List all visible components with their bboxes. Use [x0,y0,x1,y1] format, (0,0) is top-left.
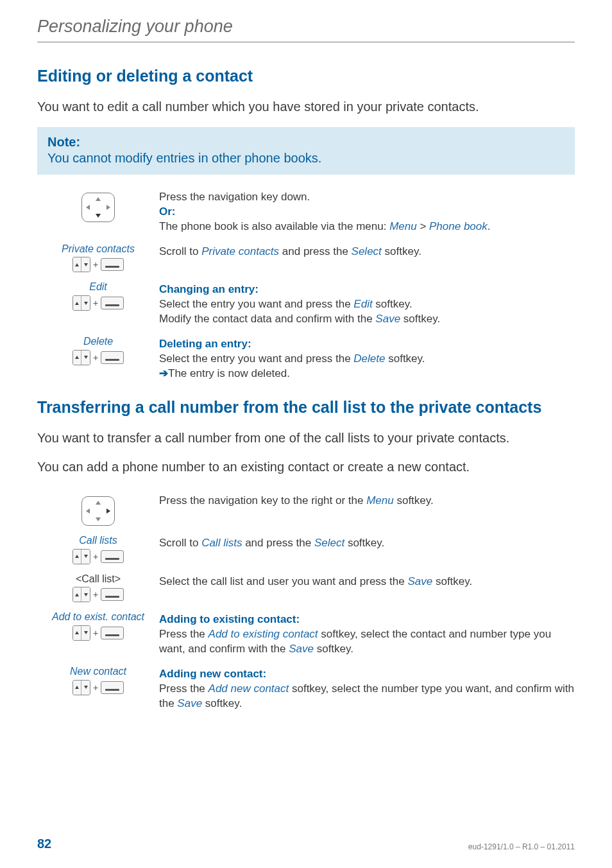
section2-title: Transferring a call number from the call… [37,398,575,417]
step-line: Select the entry you want and press the … [159,297,575,312]
step-left-label: Edit [37,281,159,293]
nav-key-icon [81,193,115,222]
step-left-label: Private contacts [37,243,159,255]
nav-key-icon [81,496,115,526]
rocker-softkey-icon: + [72,257,124,272]
section2-intro2: You can add a phone number to an existin… [37,458,575,476]
step-left [37,492,159,526]
step-left: Edit+ [37,281,159,311]
step-line: Or: [159,205,575,220]
step-line: Select the entry you want and press the … [159,352,575,367]
step-line: Press the navigation key down. [159,190,575,205]
section2-intro1: You want to transfer a call number from … [37,430,575,447]
step-row: Press the navigation key to the right or… [37,492,575,526]
step-row: Add to exist. contact+Adding to existing… [37,611,575,657]
note-title: Note: [47,135,565,150]
step-right: Deleting an entry:Select the entry you w… [159,336,575,381]
step-row: New contact+Adding new contact:Press the… [37,666,575,711]
note-text: You cannot modify entries in other phone… [47,151,565,166]
step-line: Adding to existing contact: [159,612,575,627]
step-left: <Call list>+ [37,573,159,603]
section1-title: Editing or deleting a contact [37,67,575,85]
footer: 82 eud-1291/1.0 – R1.0 – 01.2011 [37,837,575,851]
step-line: Adding new contact: [159,667,575,682]
step-left: Delete+ [37,336,159,365]
step-right: Press the navigation key to the right or… [159,492,575,508]
step-left: Call lists+ [37,535,159,564]
step-left-label: <Call list> [37,573,159,585]
step-row: Private contacts+Scroll to Private conta… [37,243,575,273]
step-row: Edit+Changing an entry:Select the entry … [37,281,575,327]
step-left: Add to exist. contact+ [37,611,159,641]
step-right: Adding new contact:Press the Add new con… [159,666,575,711]
step-line: Select the call list and user you want a… [159,575,575,589]
step-right: Scroll to Call lists and press the Selec… [159,535,575,551]
step-line: Modify the contact data and confirm with… [159,312,575,327]
step-right: Scroll to Private contacts and press the… [159,243,575,259]
section1-intro: You want to edit a call number which you… [37,98,575,116]
note-box: Note: You cannot modify entries in other… [37,127,575,175]
step-left: Private contacts+ [37,243,159,273]
step-line: Scroll to Private contacts and press the… [159,245,575,259]
step-right: Changing an entry:Select the entry you w… [159,281,575,327]
step-left [37,189,159,222]
rocker-softkey-icon: + [72,625,124,641]
step-left-label: New contact [37,666,159,677]
step-left: New contact+ [37,666,159,695]
step-right: Select the call list and user you want a… [159,573,575,589]
step-right: Press the navigation key down.Or:The pho… [159,189,575,234]
page-number: 82 [37,837,51,851]
step-line: ➔The entry is now deleted. [159,367,575,381]
rocker-softkey-icon: + [72,587,124,602]
doc-id: eud-1291/1.0 – R1.0 – 01.2011 [468,842,575,851]
step-line: Press the navigation key to the right or… [159,494,575,508]
step-line: Press the Add to existing contact softke… [159,627,575,657]
step-line: Scroll to Call lists and press the Selec… [159,536,575,551]
step-row: Delete+Deleting an entry:Select the entr… [37,336,575,381]
step-line: The phone book is also available via the… [159,220,575,234]
step-line: Changing an entry: [159,282,575,297]
page: Personalizing your phone Editing or dele… [0,0,612,868]
step-row: Press the navigation key down.Or:The pho… [37,189,575,234]
step-line: Deleting an entry: [159,337,575,352]
step-left-label: Add to exist. contact [37,611,159,623]
step-line: Press the Add new contact softkey, selec… [159,682,575,711]
step-left-label: Call lists [37,535,159,546]
rocker-softkey-icon: + [72,680,124,695]
step-right: Adding to existing contact:Press the Add… [159,611,575,657]
step-row: Call lists+Scroll to Call lists and pres… [37,535,575,564]
section2-steps: Press the navigation key to the right or… [37,492,575,711]
rocker-softkey-icon: + [72,350,124,365]
step-left-label: Delete [37,336,159,347]
section1-steps: Press the navigation key down.Or:The pho… [37,189,575,381]
rocker-softkey-icon: + [72,549,124,564]
rocker-softkey-icon: + [72,295,124,311]
running-head: Personalizing your phone [37,17,575,42]
step-row: <Call list>+Select the call list and use… [37,573,575,603]
